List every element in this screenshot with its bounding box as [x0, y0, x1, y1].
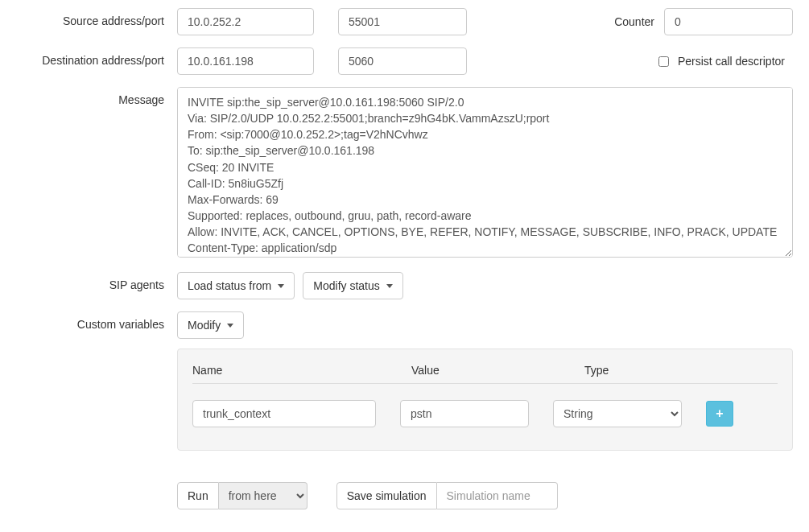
run-mode-select[interactable]: from here	[219, 482, 308, 509]
caret-icon	[386, 284, 393, 288]
sip-agents-label: SIP agents	[16, 272, 177, 291]
caret-icon	[278, 284, 284, 288]
source-label: Source address/port	[16, 8, 177, 27]
message-textarea[interactable]	[177, 87, 793, 258]
destination-port-input[interactable]	[338, 47, 467, 75]
message-label: Message	[16, 87, 177, 106]
var-value-input[interactable]	[400, 400, 529, 427]
custom-vars-panel: Name Value Type String+	[177, 348, 793, 451]
var-header-name: Name	[192, 364, 379, 377]
modify-vars-dropdown[interactable]: Modify	[177, 311, 244, 339]
load-status-label: Load status from	[188, 279, 271, 292]
custom-vars-label: Custom variables	[16, 311, 177, 331]
run-button[interactable]: Run	[177, 482, 219, 509]
persist-label: Persist call descriptor	[678, 55, 785, 68]
var-row: String+	[192, 400, 778, 427]
counter-input[interactable]	[664, 8, 793, 35]
var-header-value: Value	[411, 364, 552, 377]
vars-header: Name Value Type	[192, 364, 778, 384]
save-simulation-button[interactable]: Save simulation	[336, 482, 437, 509]
persist-checkbox[interactable]	[658, 56, 669, 67]
destination-address-input[interactable]	[177, 47, 314, 75]
caret-icon	[227, 324, 233, 328]
var-name-input[interactable]	[192, 400, 376, 427]
var-header-type: Type	[584, 364, 778, 377]
counter-label: Counter	[614, 15, 654, 28]
modify-status-dropdown[interactable]: Modify status	[303, 272, 402, 299]
add-var-button[interactable]: +	[706, 401, 733, 427]
source-port-input[interactable]	[338, 8, 467, 35]
load-status-dropdown[interactable]: Load status from	[177, 272, 295, 299]
simulation-name-input[interactable]	[437, 482, 558, 509]
source-address-input[interactable]	[177, 8, 314, 35]
modify-status-label: Modify status	[313, 279, 379, 292]
destination-label: Destination address/port	[16, 47, 177, 67]
modify-vars-label: Modify	[188, 319, 221, 332]
var-type-select[interactable]: String	[553, 400, 682, 427]
